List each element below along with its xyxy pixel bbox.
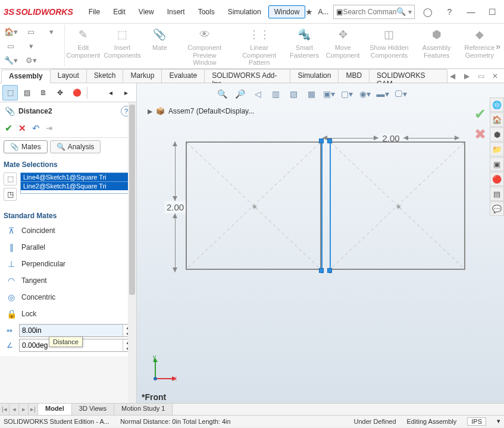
tree-nav-left[interactable]: ◂ [103,85,118,100]
endpoint[interactable] [319,139,324,143]
taskpane-design-icon[interactable]: ⬢ [490,127,504,141]
menu-edit[interactable]: Edit [107,5,132,18]
menu-tools[interactable]: Tools [192,5,221,18]
graphics-area[interactable]: 🔍 🔎 ◁ ▥ ▧ ▦ ▣▾ ▢▾ ◉▾ ▬▾ 🖵▾ ▶ 📦 Assem7 (D… [137,83,504,403]
ribbon-insert-components[interactable]: ⬚Insert Components [102,25,143,60]
taskpane-library-icon[interactable]: 📁 [490,142,504,156]
selection-item-2[interactable]: Line2@Sketch1@Square Tri [21,181,132,190]
search-icon[interactable]: 🔍 [396,7,406,16]
distance-input-wrap[interactable]: ▲▼ [19,324,133,337]
tree-tab-feature[interactable]: ⬚ [2,85,18,100]
mate-coincident[interactable]: ⊼Coincident [4,222,133,239]
user-icon[interactable]: ◯ [420,4,436,20]
ribbon-assembly-features[interactable]: ⬢Assembly Features [416,25,458,60]
star-icon[interactable]: ★ [305,7,313,17]
selected-edge-2[interactable] [330,140,331,273]
zoom-area-icon[interactable]: 🔎 [232,87,248,101]
tree-tab-dim[interactable]: ✥ [52,85,68,100]
selected-edge-1[interactable] [321,140,323,273]
scene-icon[interactable]: ◉▾ [357,87,372,101]
search-commands[interactable]: ▣ 🔍 ▾ [333,5,415,19]
maximize-button[interactable]: ☐ [484,4,500,20]
vertical-dimension[interactable]: 2.00 [164,141,186,272]
sketch-rect-left[interactable]: ✶ [186,141,321,270]
ribbon-reference-geometry[interactable]: ◆Reference Geometry [458,25,502,60]
menu-window[interactable]: Window [268,5,306,18]
panel-restore-icon[interactable]: ▭ [475,72,486,80]
selection-item-1[interactable]: Line4@Sketch1@Square Tri [21,173,132,181]
taskpane-home-icon[interactable]: 🏠 [490,112,504,127]
ribbon-linear-pattern[interactable]: ⋮⋮Linear Component Pattern [233,25,286,68]
mate-perpendicular[interactable]: ⊥Perpendicular [4,256,133,272]
ribbon-overflow-icon[interactable]: » [496,42,500,51]
menu-view[interactable]: View [133,5,160,18]
menu-file[interactable]: File [83,5,106,18]
taskpane-view-icon[interactable]: ▣ [490,157,504,171]
taskpane-appearance-icon[interactable]: 🔴 [490,172,504,186]
ribbon-edit-component[interactable]: ✎Edit Component [65,25,102,60]
subtab-analysis[interactable]: 🔍Analysis [50,140,101,153]
tab-assembly[interactable]: Assembly [1,70,51,83]
display-style-icon[interactable]: ▧ [286,87,301,101]
btab-3dviews[interactable]: 3D Views [72,404,114,415]
mate-tangent[interactable]: ◠Tangent [4,272,133,289]
pm-scroll-thumb[interactable] [129,105,135,295]
tab-markup[interactable]: Markup [123,69,162,83]
ok-button[interactable]: ✔ [5,122,12,134]
ribbon-show-hidden[interactable]: ◫Show Hidden Components [362,25,416,60]
mate-parallel[interactable]: ∥Parallel [4,239,133,256]
mate-lock[interactable]: 🔒Lock [4,306,133,322]
tab-addins[interactable]: SOLIDWORKS Add-Ins [204,69,290,83]
confirm-cancel-icon[interactable]: ✖ [474,126,486,143]
screen-icon[interactable]: 🖵▾ [393,87,408,101]
btab-next-icon[interactable]: ▸ [19,404,29,415]
tab-sketch[interactable]: Sketch [86,69,124,83]
panel-right-icon[interactable]: ▶ [461,72,472,80]
print-icon[interactable]: ▭ [2,39,19,52]
tab-evaluate[interactable]: Evaluate [161,69,205,83]
search-input[interactable] [343,8,396,16]
rebuild-icon[interactable]: 🔧▾ [2,54,19,67]
help-icon[interactable]: ? [441,4,458,20]
prev-view-icon[interactable]: ◁ [250,87,265,101]
menu-simulation[interactable]: Simulation [222,5,267,18]
render-icon[interactable]: ▬▾ [375,87,390,101]
more-icon[interactable]: ▾ [23,39,39,52]
btab-first-icon[interactable]: |◂ [0,404,10,415]
tree-nav-right[interactable]: ▸ [118,85,134,100]
endpoint[interactable] [319,268,324,273]
save-icon[interactable]: ▾ [43,25,60,38]
panel-close-icon[interactable]: ✕ [490,72,500,80]
view-cube-icon[interactable]: ▣▾ [321,87,337,101]
pm-scrollbar[interactable] [128,102,136,403]
view-orient-icon[interactable]: ▢▾ [339,87,355,101]
ribbon-smart-fasteners[interactable]: 🔩Smart Fasteners [286,25,323,60]
taskpane-resources-icon[interactable]: 🌐 [490,97,504,112]
selection-list[interactable]: Line4@Sketch1@Square Tri Line2@Sketch1@S… [20,172,133,194]
ribbon-component-preview[interactable]: 👁Component Preview Window [176,25,233,68]
ribbon-move-component[interactable]: ✥Move Component [323,25,362,60]
menu-insert[interactable]: Insert [161,5,191,18]
taskpane-property-icon[interactable]: ▤ [490,187,504,201]
options-icon[interactable]: ⚙▾ [23,54,39,67]
selection-type-icon[interactable]: ◳ [4,188,17,201]
pin-button[interactable]: ⇥ [46,124,52,133]
distance-input[interactable] [20,325,123,336]
ribbon-mate[interactable]: 📎Mate [143,25,176,53]
zoom-fit-icon[interactable]: 🔍 [214,87,230,101]
tab-simulation[interactable]: Simulation [290,69,339,83]
tree-tab-property[interactable]: ▤ [19,85,35,100]
panel-left-icon[interactable]: ◀ [447,72,458,80]
mate-concentric[interactable]: ◎Concentric [4,289,133,306]
btab-prev-icon[interactable]: ◂ [10,404,19,415]
undo-button[interactable]: ↶ [32,123,40,134]
btab-motion[interactable]: Motion Study 1 [114,404,173,415]
btab-last-icon[interactable]: ▸| [29,404,38,415]
flyout-expand-icon[interactable]: ▶ [148,108,152,115]
section-view-icon[interactable]: ▥ [268,87,283,101]
open-icon[interactable]: ▭ [23,25,39,38]
confirm-ok-icon[interactable]: ✔ [474,106,486,122]
taskpane-forum-icon[interactable]: 💬 [490,202,504,216]
tab-cam[interactable]: SOLIDWORKS CAM [369,69,447,83]
hide-show-icon[interactable]: ▦ [303,87,319,101]
